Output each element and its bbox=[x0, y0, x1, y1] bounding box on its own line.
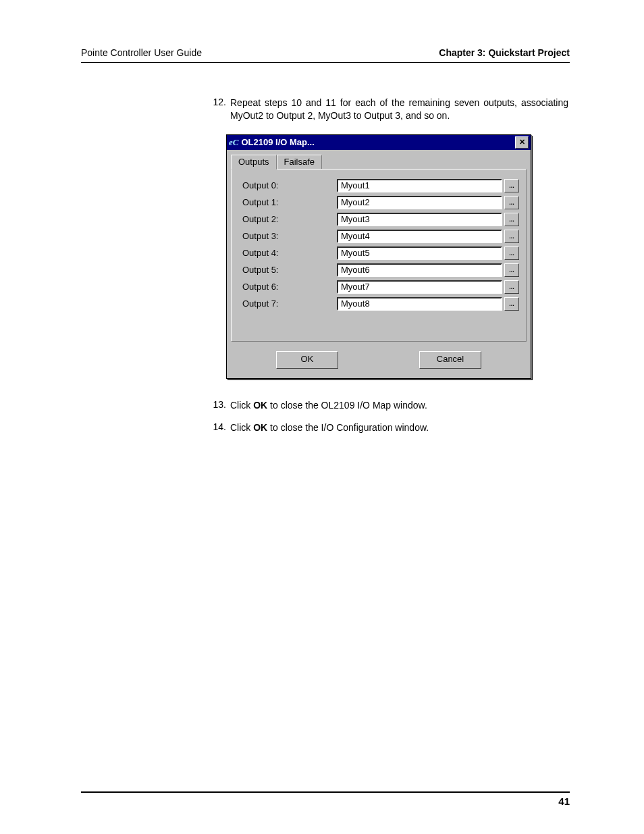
browse-button[interactable]: ... bbox=[504, 196, 519, 209]
header-left: Pointe Controller User Guide bbox=[81, 47, 202, 58]
step-text: Repeat steps 10 and 11 for each of the r… bbox=[230, 97, 568, 122]
browse-button[interactable]: ... bbox=[504, 297, 519, 311]
tab-failsafe[interactable]: Failsafe bbox=[277, 155, 323, 169]
step-number: 14. bbox=[206, 421, 230, 434]
browse-button[interactable]: ... bbox=[504, 230, 519, 243]
io-label: Output 5: bbox=[238, 265, 337, 275]
io-label: Output 4: bbox=[238, 248, 337, 258]
io-label: Output 1: bbox=[238, 197, 337, 207]
page-header: Pointe Controller User Guide Chapter 3: … bbox=[81, 47, 570, 63]
page-number: 41 bbox=[558, 796, 570, 807]
io-label: Output 0: bbox=[238, 180, 337, 190]
io-row-7: Output 7: ... bbox=[238, 297, 519, 311]
io-input-3[interactable] bbox=[337, 230, 502, 243]
io-input-4[interactable] bbox=[337, 246, 502, 260]
io-label: Output 6: bbox=[238, 282, 337, 292]
step-text: Click OK to close the I/O Configuration … bbox=[230, 421, 568, 434]
step-12: 12. Repeat steps 10 and 11 for each of t… bbox=[206, 97, 568, 122]
io-label: Output 2: bbox=[238, 214, 337, 224]
io-row-1: Output 1: ... bbox=[238, 196, 519, 209]
tab-outputs[interactable]: Outputs bbox=[231, 155, 277, 170]
dialog-button-row: OK Cancel bbox=[227, 347, 531, 378]
io-row-4: Output 4: ... bbox=[238, 246, 519, 260]
browse-button[interactable]: ... bbox=[504, 213, 519, 226]
tab-strip: OutputsFailsafe bbox=[227, 150, 531, 169]
browse-button[interactable]: ... bbox=[504, 179, 519, 192]
browse-button[interactable]: ... bbox=[504, 246, 519, 260]
close-icon[interactable]: ✕ bbox=[515, 136, 529, 149]
page-footer: 41 bbox=[81, 791, 570, 807]
io-input-1[interactable] bbox=[337, 196, 502, 209]
step-13: 13. Click OK to close the OL2109 I/O Map… bbox=[206, 399, 568, 412]
header-right: Chapter 3: Quickstart Project bbox=[439, 47, 570, 58]
window-title: OL2109 I/O Map... bbox=[241, 137, 515, 147]
io-input-0[interactable] bbox=[337, 179, 502, 192]
io-row-2: Output 2: ... bbox=[238, 213, 519, 226]
app-icon: eC bbox=[229, 137, 238, 148]
browse-button[interactable]: ... bbox=[504, 280, 519, 294]
ok-button[interactable]: OK bbox=[276, 351, 338, 369]
io-label: Output 7: bbox=[238, 298, 337, 309]
io-input-7[interactable] bbox=[337, 297, 502, 311]
titlebar: eC OL2109 I/O Map... ✕ bbox=[227, 135, 531, 150]
io-row-3: Output 3: ... bbox=[238, 230, 519, 243]
step-number: 13. bbox=[206, 399, 230, 412]
io-label: Output 3: bbox=[238, 231, 337, 241]
io-input-5[interactable] bbox=[337, 263, 502, 277]
step-text: Click OK to close the OL2109 I/O Map win… bbox=[230, 399, 568, 412]
io-input-2[interactable] bbox=[337, 213, 502, 226]
io-row-0: Output 0: ... bbox=[238, 179, 519, 192]
step-number: 12. bbox=[206, 97, 230, 122]
io-map-dialog: eC OL2109 I/O Map... ✕ OutputsFailsafe O… bbox=[226, 134, 531, 379]
cancel-button[interactable]: Cancel bbox=[419, 351, 481, 369]
io-row-6: Output 6: ... bbox=[238, 280, 519, 294]
io-row-5: Output 5: ... bbox=[238, 263, 519, 277]
io-input-6[interactable] bbox=[337, 280, 502, 294]
browse-button[interactable]: ... bbox=[504, 263, 519, 277]
step-14: 14. Click OK to close the I/O Configurat… bbox=[206, 421, 568, 434]
close-glyph: ✕ bbox=[519, 138, 525, 146]
tab-panel-outputs: Output 0: ... Output 1: ... Output 2: ..… bbox=[231, 169, 527, 342]
